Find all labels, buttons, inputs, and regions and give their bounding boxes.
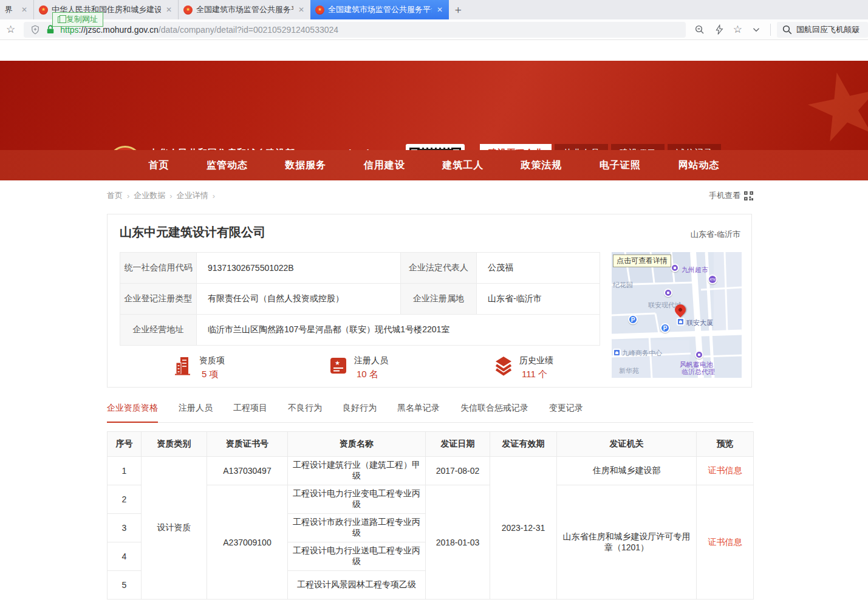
tab-label: 界 <box>5 4 16 15</box>
close-icon[interactable]: ✕ <box>165 5 173 14</box>
chevron-down-icon[interactable] <box>751 24 762 35</box>
col-header: 发证日期 <box>426 432 490 457</box>
map-label-lianan-tower: 联安大厦 <box>686 318 713 327</box>
site-header: ★ 中华人民共和国住房和城乡建设部 www.mohurd.gov.cn 全国建筑… <box>0 61 868 150</box>
tab-change-record[interactable]: 变更记录 <box>549 403 583 422</box>
stat-label: 资质项 <box>199 355 225 366</box>
map-tooltip: 点击可查看详情 <box>613 255 671 267</box>
map-parking-icon: P <box>628 315 638 324</box>
nav-item-data-service[interactable]: 数据服务 <box>285 159 326 172</box>
breadcrumb-home[interactable]: 首页 <box>107 190 123 201</box>
browser-tab-2[interactable]: ★ 全国建筑市场监管公共服务平台 ✕ <box>178 0 310 19</box>
cell-no: 3 <box>108 514 142 542</box>
favorite-star-icon[interactable]: ☆ <box>733 23 742 36</box>
search-tab-personnel[interactable]: 从业人员 <box>555 144 608 150</box>
cell-issue-date: 2018-01-03 <box>426 485 490 600</box>
tab-bad-behavior[interactable]: 不良行为 <box>288 403 322 422</box>
col-header: 序号 <box>108 432 142 457</box>
nav-item-license[interactable]: 电子证照 <box>600 159 641 172</box>
tab-registered-personnel[interactable]: 注册人员 <box>179 403 213 422</box>
field-label: 企业登记注册类型 <box>120 284 197 315</box>
map-parking-icon: P <box>660 323 670 333</box>
col-header: 资质名称 <box>288 432 426 457</box>
cell-qual-name: 工程设计市政行业道路工程专业丙级 <box>288 514 426 542</box>
stat-value: 5 项 <box>199 369 225 380</box>
nav-item-news[interactable]: 网站动态 <box>678 159 719 172</box>
breadcrumb-company-data[interactable]: 企业数据 <box>134 190 165 201</box>
url-path: /data/company/detail?id=0021052912405330… <box>159 25 338 35</box>
browser-tab-active[interactable]: ★ 全国建筑市场监管公共服务平台 ✕ <box>310 0 449 19</box>
header-qr-code <box>406 144 465 150</box>
search-tab-project[interactable]: 建设项目 <box>611 144 665 150</box>
search-category-tabs: 建设工程企业 从业人员 建设项目 诚信记录 <box>480 144 751 150</box>
lightning-icon[interactable] <box>714 24 725 35</box>
svg-text:★: ★ <box>335 360 340 366</box>
nav-item-policy[interactable]: 政策法规 <box>521 159 562 172</box>
field-label: 统一社会信用代码 <box>120 253 197 284</box>
address-bar[interactable]: https://jzsc.mohurd.gov.cn/data/company/… <box>24 22 686 38</box>
tab-blacklist[interactable]: 黑名单记录 <box>397 403 440 422</box>
location-map[interactable]: 点击可查看详情 九州超市 ATM 纪花园 联安现代城 联安大厦 P P 九峰商务… <box>612 252 742 378</box>
close-icon[interactable]: ✕ <box>297 5 306 14</box>
stat-value: 10 名 <box>354 369 388 380</box>
cell-qual-name: 工程设计风景园林工程专项乙级 <box>288 571 426 600</box>
bookmark-star-icon[interactable]: ☆ <box>6 23 15 36</box>
map-label-business-center: 九峰商务中心 <box>622 349 662 358</box>
cell-qual-name: 工程设计电力行业变电工程专业丙级 <box>288 485 426 514</box>
hot-search-text: 国航回应飞机颠簸 <box>796 24 859 35</box>
nav-item-workers[interactable]: 建筑工人 <box>442 159 484 172</box>
site-favicon-icon: ★ <box>315 5 324 15</box>
detail-tabs: 企业资质资格 注册人员 工程项目 不良行为 良好行为 黑名单记录 失信联合惩戒记… <box>107 403 753 423</box>
layers-icon <box>494 355 513 376</box>
cell-qual-name: 工程设计建筑行业（建筑工程）甲级 <box>288 457 426 485</box>
map-building-icon <box>677 318 685 326</box>
address-value: 临沂市兰山区陶然路107号星河晶都（联安）现代城1号楼2201室 <box>197 315 600 346</box>
zoom-out-icon[interactable] <box>694 24 705 35</box>
cell-qual-name: 工程设计电力行业送电工程专业丙级 <box>288 542 426 571</box>
mobile-view[interactable]: 手机查看 <box>709 190 753 201</box>
search-tab-enterprise[interactable]: 建设工程企业 <box>480 144 552 150</box>
company-info-table: 统一社会信用代码 91371302675501022B 企业法定代表人 公茂福 … <box>120 252 600 346</box>
stat-registered-personnel: ★ 注册人员 10 名 <box>329 355 388 380</box>
tab-projects[interactable]: 工程项目 <box>233 403 267 422</box>
close-icon[interactable]: ✕ <box>20 5 29 14</box>
close-icon[interactable]: ✕ <box>436 5 444 14</box>
search-tab-credit[interactable]: 诚信记录 <box>668 144 721 150</box>
main-navigation: 首页 监管动态 数据服务 信用建设 建筑工人 政策法规 电子证照 网站动态 <box>0 150 868 180</box>
field-label: 企业经营地址 <box>120 315 197 346</box>
national-emblem-logo: ★ <box>108 146 142 150</box>
cell-cert-no: A237009100 <box>207 485 288 600</box>
cell-no: 2 <box>108 485 142 514</box>
col-header: 发证机关 <box>557 432 697 457</box>
browser-tab-0[interactable]: 界 ✕ <box>0 0 33 19</box>
toolbar-icons: ☆ <box>694 23 762 36</box>
tab-dishonesty[interactable]: 失信联合惩戒记录 <box>460 403 528 422</box>
tab-label: 全国建筑市场监管公共服务平台 <box>196 4 293 15</box>
breadcrumb: 首页 › 企业数据 › 企业详情 › 手机查看 <box>107 190 753 201</box>
certificate-info-link[interactable]: 证书信息 <box>708 537 742 547</box>
certificate-info-link[interactable]: 证书信息 <box>708 465 742 475</box>
map-poi-pin-icon <box>664 289 672 297</box>
cell-cert-no: A137030497 <box>207 457 288 485</box>
col-header: 预览 <box>697 432 754 457</box>
map-building-icon <box>613 349 621 357</box>
browser-toolbar: ☆ https://jzsc.mohurd.gov.cn/data/compan… <box>0 19 868 40</box>
qualification-table: 序号 资质类别 资质证书号 资质名称 发证日期 发证有效期 发证机关 预览 1 … <box>107 431 754 600</box>
tab-good-behavior[interactable]: 良好行为 <box>343 403 377 422</box>
stat-label: 历史业绩 <box>519 355 553 366</box>
map-label-supermarket: 九州超市 <box>682 265 708 275</box>
search-icon <box>782 24 793 35</box>
col-header: 发证有效期 <box>490 432 557 457</box>
map-label-agent: 临沂总代理 <box>682 367 715 377</box>
nav-item-home[interactable]: 首页 <box>149 159 169 172</box>
header-search-module: 建设工程企业 从业人员 建设项目 诚信记录 搜索 <box>480 144 751 150</box>
tab-qualification[interactable]: 企业资质资格 <box>107 403 158 423</box>
browser-search-box[interactable]: 国航回应飞机颠簸 <box>777 22 868 38</box>
nav-item-supervision[interactable]: 监管动态 <box>207 159 248 172</box>
breadcrumb-company-detail[interactable]: 企业详情 <box>177 190 208 201</box>
map-atm-icon: ATM <box>708 275 717 284</box>
nav-item-credit[interactable]: 信用建设 <box>364 159 405 172</box>
reg-type-value: 有限责任公司（自然人投资或控股） <box>197 284 401 315</box>
stat-history-performance: 历史业绩 111 个 <box>494 355 553 380</box>
new-tab-button[interactable]: ＋ <box>449 0 467 19</box>
